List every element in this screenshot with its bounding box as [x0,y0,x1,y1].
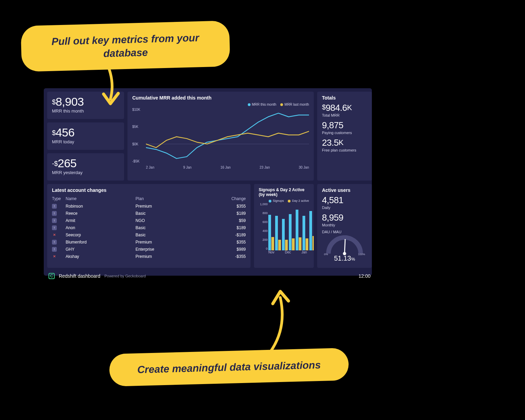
bar-pair [275,216,281,250]
bar-pair [289,214,295,250]
svg-point-2 [343,252,346,255]
bar-pair [309,211,314,250]
table-row: ↑AnonBasic$189 [52,224,246,231]
table-account-changes: Latest account changes Type Name Plan Ch… [47,184,251,268]
line-chart-svg [146,108,309,162]
line-chart-legend: MRR this month MRR last month [132,103,309,106]
x-icon: ✕ [52,233,57,237]
table-row: ✕AkshayPremium-$355 [52,253,246,260]
table-row: ↑ReeceBasic$189 [52,210,246,217]
arrow-up-icon: ↑ [52,240,57,245]
bar-pair [268,215,274,250]
active-users-tile: Active users 4,581 Daily 8,959 Monthly D… [317,184,372,268]
bar-pair [282,219,288,250]
bar-pair [296,210,301,250]
table-row: ✕SeecorpBasic-$189 [52,231,246,238]
chart-signups: Signups & Day 2 Active (by week) Signups… [254,184,314,268]
arrow-up-icon: ↑ [52,218,57,223]
dashboard-title: Redshift dashboard [59,273,100,279]
callout-bottom: Create meaningful data visualizations [109,348,349,386]
arrow-up-icon: ↑ [52,225,57,230]
totals-tile: Totals $984.6K Total MRR 9,875 Paying cu… [317,92,372,181]
arrow-up-icon: ↑ [52,211,57,216]
arrow-up-icon: ↑ [52,247,57,252]
chart-cumulative-mrr: Cumulative MRR added this month MRR this… [127,92,314,181]
table-row: ↑RobinsonPremium$355 [52,202,246,210]
table-row: ↑GHYEnterprise$989 [52,246,246,253]
dashboard: $8,903 MRR this month $456 MRR today -$2… [44,88,372,276]
metric-mrr-yesterday: -$265 MRR yesterday [47,153,124,181]
table-row: ↑ArmitNGO$59 [52,217,246,224]
x-icon: ✕ [52,254,57,259]
arrow-up-icon: ↑ [52,204,57,209]
callout-top: Pull out key metrics from your database [21,21,230,72]
bar-chart-legend: Signups Day 2 active [259,199,309,202]
powered-by: Powered by Geckoboard [104,274,146,278]
geckoboard-logo-icon: C [49,273,55,279]
svg-line-1 [345,239,345,253]
bar-pair [302,216,308,250]
arrow-bottom-icon [263,287,294,352]
footer-clock: 12:00 [359,273,371,279]
table-row: ↑BlumenfordPremium$355 [52,238,246,246]
dashboard-footer: C Redshift dashboard Powered by Geckoboa… [47,271,372,281]
metric-mrr-today: $456 MRR today [47,122,124,150]
